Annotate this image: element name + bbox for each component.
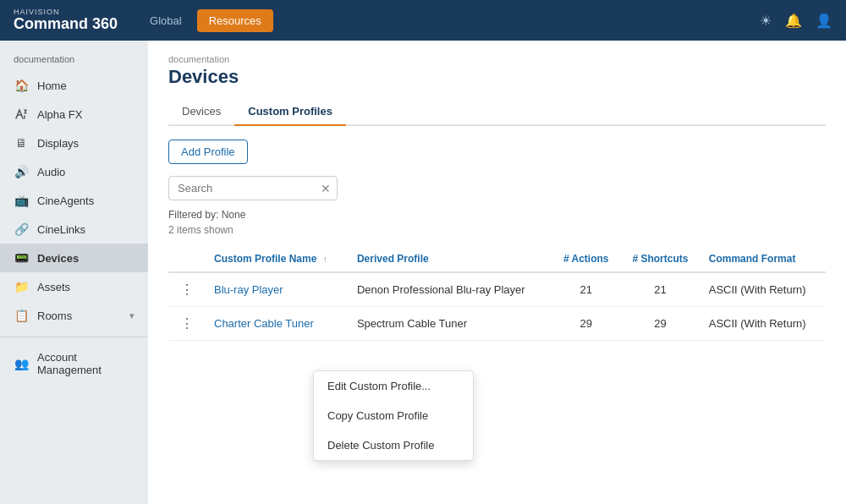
sidebar-divider [0,337,148,337]
sidebar-item-cineagents[interactable]: 📺 CineAgents [0,186,148,215]
col-actions-label: # Actions [563,253,609,265]
page-title: Devices [168,66,826,88]
sidebar-label-rooms: Rooms [37,310,121,322]
top-nav: HAIVISION Command 360 Global Resources ☀… [0,0,846,41]
sidebar-item-home[interactable]: 🏠 Home [0,71,148,100]
sidebar-item-audio[interactable]: 🔊 Audio [0,157,148,186]
tab-custom-profiles[interactable]: Custom Profiles [234,98,346,126]
notifications-icon[interactable]: 🔔 [785,13,802,29]
table-row: ⋮ Charter Cable Tuner Spectrum Cable Tun… [168,307,826,341]
sidebar-item-assets[interactable]: 📁 Assets [0,272,148,301]
row-menu-cell: ⋮ [168,307,206,341]
table-header-row: Custom Profile Name ↑ Derived Profile # … [168,246,826,272]
row-menu-icon[interactable]: ⋮ [177,316,197,331]
row-menu-icon[interactable]: ⋮ [177,282,197,297]
profile-name-link[interactable]: Charter Cable Tuner [214,317,314,330]
sidebar-section-label: documentation [0,51,148,71]
nav-global[interactable]: Global [138,9,194,32]
sidebar-label-cinelinks: CineLinks [37,223,135,236]
sort-icon: ↑ [323,255,327,264]
custom-profiles-table: Custom Profile Name ↑ Derived Profile # … [168,246,826,341]
nav-items: Global Resources [138,9,746,32]
sidebar-item-displays[interactable]: 🖥 Displays [0,129,148,157]
audio-icon: 🔊 [14,164,29,179]
devices-icon: 📟 [14,250,29,266]
layout: documentation 🏠 Home Alpha FX 🖥 Displays… [0,41,846,504]
context-menu-edit[interactable]: Edit Custom Profile... [314,371,473,401]
table-col-menu [168,246,206,272]
cineagents-icon: 📺 [14,193,29,208]
col-name-label: Custom Profile Name [214,253,316,265]
context-menu-copy[interactable]: Copy Custom Profile [314,401,473,430]
search-container: ✕ [168,176,338,200]
col-shortcuts-label: # Shortcuts [632,253,688,265]
row-shortcuts: 29 [620,307,700,341]
sidebar-label-account-management: Account Management [37,351,135,376]
row-shortcuts: 21 [620,272,700,307]
filter-info: Filtered by: None [168,209,826,221]
col-command-label: Command Format [709,253,796,265]
table-row: ⋮ Blu-ray Player Denon Professional Blu-… [168,272,826,307]
alpha-fx-icon [14,107,29,122]
sidebar-item-account-management[interactable]: 👥 Account Management [0,344,148,383]
brand-small: HAIVISION [14,8,118,16]
table-col-command[interactable]: Command Format [700,246,826,272]
table-col-actions[interactable]: # Actions [552,246,620,272]
displays-icon: 🖥 [14,135,29,151]
row-name: Blu-ray Player [206,272,349,307]
col-derived-label: Derived Profile [357,253,429,265]
theme-icon[interactable]: ☀ [760,13,772,29]
search-input[interactable] [168,176,338,200]
sidebar-item-devices[interactable]: 📟 Devices [0,244,148,272]
sidebar-label-audio: Audio [37,166,135,178]
sidebar-item-rooms[interactable]: 📋 Rooms ▾ [0,301,148,330]
row-menu-cell: ⋮ [168,272,206,307]
row-command-format: ASCII (With Return) [700,307,826,341]
row-name: Charter Cable Tuner [206,307,349,341]
sidebar-label-devices: Devices [37,252,135,265]
rooms-chevron-icon: ▾ [129,310,135,321]
nav-right: ☀ 🔔 👤 [760,13,832,29]
context-menu: Edit Custom Profile... Copy Custom Profi… [313,370,474,461]
breadcrumb: documentation [168,54,826,64]
items-shown: 2 items shown [168,224,826,236]
row-actions: 21 [552,272,620,307]
brand-large: Command 360 [14,16,118,33]
context-menu-delete[interactable]: Delete Custom Profile [314,430,473,460]
rooms-icon: 📋 [14,308,29,323]
row-derived: Denon Professional Blu-ray Player [349,272,552,307]
row-command-format: ASCII (With Return) [700,272,826,307]
table-col-derived[interactable]: Derived Profile [349,246,552,272]
sidebar-label-alpha-fx: Alpha FX [37,108,135,121]
sidebar-label-home: Home [37,79,135,92]
sidebar-label-cineagents: CineAgents [37,194,135,207]
tab-devices[interactable]: Devices [168,98,234,126]
nav-resources[interactable]: Resources [197,9,273,32]
profile-name-link[interactable]: Blu-ray Player [214,283,283,296]
sidebar-item-alpha-fx[interactable]: Alpha FX [0,100,148,129]
add-profile-button[interactable]: Add Profile [168,140,248,164]
table-col-shortcuts[interactable]: # Shortcuts [620,246,700,272]
row-actions: 29 [552,307,620,341]
sidebar-label-displays: Displays [37,137,135,150]
search-clear-icon[interactable]: ✕ [321,182,331,195]
sidebar-item-cinelinks[interactable]: 🔗 CineLinks [0,215,148,244]
brand: HAIVISION Command 360 [14,8,118,33]
assets-icon: 📁 [14,279,29,294]
main-content: documentation Devices Devices Custom Pro… [148,41,846,504]
row-derived: Spectrum Cable Tuner [349,307,552,341]
table-col-name[interactable]: Custom Profile Name ↑ [206,246,349,272]
sidebar: documentation 🏠 Home Alpha FX 🖥 Displays… [0,41,148,504]
sidebar-label-assets: Assets [37,281,135,293]
account-management-icon: 👥 [14,356,29,371]
home-icon: 🏠 [14,78,29,93]
tabs: Devices Custom Profiles [168,98,826,126]
cinelinks-icon: 🔗 [14,222,29,237]
user-icon[interactable]: 👤 [816,13,832,29]
